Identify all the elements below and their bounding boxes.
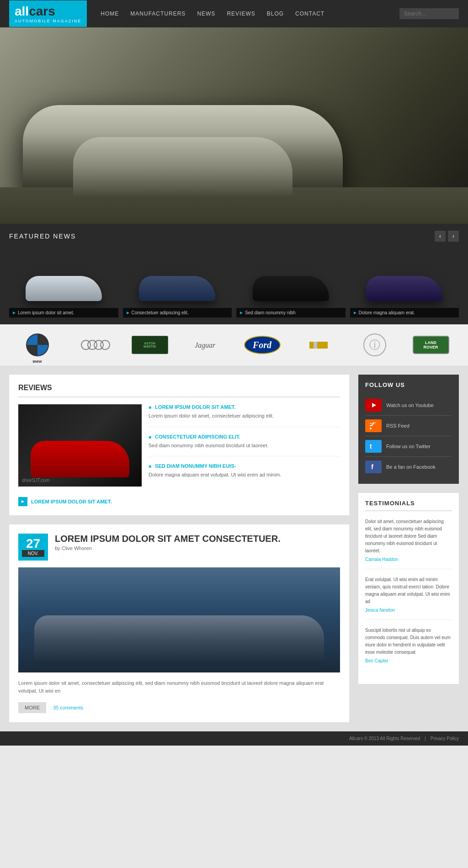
article-author: by Clive Whoren [55,545,281,551]
hero-car-image [0,27,468,224]
brand-audi[interactable] [73,333,114,356]
testimonial-1: Dolor sit amet, consectetuer adipiscing … [365,518,452,569]
reviews-title: REVIEWS [18,384,340,397]
news-thumb-2 [123,249,232,308]
article-date-month: NOV. [22,550,44,557]
twitter-label: Follow us on Twitter [386,444,431,449]
review-link-icon: ▶ [18,497,27,506]
rss-label: RSS Feed [386,423,410,429]
news-caption-1: Lorem ipsum dolor sit amet. [9,308,118,318]
article-title: LOREM IPSUM DOLOR SIT AMET CONSECTETUER. [55,534,281,544]
svg-text:t: t [370,443,372,450]
testimonial-author-3: Ben Capter [365,658,452,663]
testimonial-author-1: Camala Haddon [365,557,452,562]
review-item-title-2: ■ CONSECTETUER ADIPISCING ELIT. [149,434,340,439]
twitter-item[interactable]: t Follow us on Twitter [365,436,452,457]
article-footer: MORE 35 comments [18,702,340,713]
svg-text:Jaguar: Jaguar [195,341,216,349]
nav-manufacturers[interactable]: MANUFACTURERS [130,11,186,17]
news-thumb-3 [236,249,346,308]
nav-contact[interactable]: CONTACT [295,11,324,17]
nav-blog[interactable]: BLOG [267,11,284,17]
search-input[interactable] [399,8,459,19]
nav-news[interactable]: NEWS [197,11,215,17]
brand-chevrolet[interactable] [298,333,339,356]
review-item-2[interactable]: ■ CONSECTETUER ADIPISCING ELIT. Sed diam… [149,434,340,457]
review-item-title-1: ■ LOREM IPSUM DOLOR SIT AMET. [149,404,340,410]
news-item-4[interactable]: Dolore magna aliquam erat. [350,249,459,318]
logo-all: all [15,4,29,18]
news-grid: Lorem ipsum dolor sit amet. Consectetuer… [9,249,459,318]
youtube-item[interactable]: Watch us on Youtube [365,395,452,416]
rss-svg [368,420,379,431]
news-item-3[interactable]: Sed diam nonummy nibh [236,249,346,318]
brand-ford[interactable]: Ford [242,333,283,356]
more-button[interactable]: MORE [18,702,46,713]
news-item-1[interactable]: Lorem ipsum dolor sit amet. [9,249,118,318]
featured-news-title: FEATURED NEWS [9,233,76,240]
review-item-3[interactable]: ■ SED DIAM NONUMMY NIBH EUIS- Dolore mag… [149,463,340,486]
follow-us-section: FOLLOW US Watch us on Youtube [358,375,459,484]
brand-mercedes[interactable]: ⓘ [354,333,395,356]
follow-us-title: FOLLOW US [365,381,452,388]
review-item-text-2: Sed diam nonummy nibh euismod tincidunt … [149,442,340,450]
logo[interactable]: allcars AUTOMOBILE MAGAZINE [9,0,87,27]
news-thumb-1 [9,249,118,308]
facebook-item[interactable]: f Be a fan on Facebook [365,457,452,477]
news-next-button[interactable]: › [448,231,459,242]
review-badge-3: ■ [149,464,151,469]
news-nav-arrows: ‹ › [435,231,459,242]
news-thumb-4 [350,249,459,308]
jaguar-logo: Jaguar [192,338,220,352]
aston-martin-logo: ASTONMARTIN [132,336,168,354]
bmw-logo [26,333,49,356]
testimonial-text-2: Erat volutpat. Ut wisi enim ad minim ven… [365,576,452,605]
news-item-2[interactable]: Consectetuer adipiscing elit. [123,249,232,318]
article-section: 27 NOV. LOREM IPSUM DOLOR SIT AMET CONSE… [9,524,349,722]
rss-item[interactable]: RSS Feed [365,416,452,436]
chevrolet-logo [307,337,330,353]
article-text: Lorem ipsum dolor sit amet, consectetuer… [18,679,340,695]
logo-sub: AUTOMOBILE MAGAZINE [15,19,81,23]
footer-divider: | [425,736,426,741]
review-item-text-1: Lorem ipsum dolor sit amet, consectetuer… [149,412,340,420]
left-column: REVIEWS driveSJT.com ■ LOREM IPSUM DOLOR… [9,375,349,722]
review-item-text-3: Dolore magna aliquam erat volutpat. Ut w… [149,471,340,479]
author-prefix: by [55,545,60,551]
nav-reviews[interactable]: REVIEWS [227,11,255,17]
article-image [18,567,340,672]
twitter-icon: t [365,440,382,453]
reviews-grid: driveSJT.com ■ LOREM IPSUM DOLOR SIT AME… [18,404,340,492]
aston-martin-text: ASTONMARTIN [144,342,156,348]
review-badge-1: ■ [149,405,151,410]
review-link[interactable]: ▶ LOREM IPSUM DOLOR SIT AMET. [18,497,340,506]
audi-ring-4 [100,340,110,350]
youtube-label: Watch us on Youtube [386,402,434,408]
news-caption-3: Sed diam nonummy nibh [236,308,346,318]
testimonial-3: Suscipit lobortis nisl ut aliquip ex com… [365,627,452,670]
nav-home[interactable]: HOME [101,11,119,17]
brand-aston-martin[interactable]: ASTONMARTIN [129,333,170,356]
reviews-section: REVIEWS driveSJT.com ■ LOREM IPSUM DOLOR… [9,375,349,515]
main-nav: HOME MANUFACTURERS NEWS REVIEWS BLOG CON… [101,11,324,17]
svg-rect-1 [309,342,328,349]
review-link-text: LOREM IPSUM DOLOR SIT AMET. [31,499,112,504]
testimonial-text-1: Dolor sit amet, consectetuer adipiscing … [365,518,452,555]
facebook-label: Be a fan on Facebook [386,464,436,470]
brand-bmw[interactable] [17,333,58,356]
brand-jaguar[interactable]: Jaguar [186,333,227,356]
comments-link[interactable]: 35 comments [53,705,83,710]
review-item-1[interactable]: ■ LOREM IPSUM DOLOR SIT AMET. Lorem ipsu… [149,404,340,427]
footer: Allcars © 2013 All Rights Reserved | Pri… [0,731,468,746]
review-title-text-2: CONSECTETUER ADIPISCING ELIT. [155,434,240,439]
svg-rect-9 [368,461,379,472]
testimonial-text-3: Suscipit lobortis nisl ut aliquip ex com… [365,627,452,656]
news-prev-button[interactable]: ‹ [435,231,446,242]
youtube-icon [365,399,382,412]
mercedes-logo: ⓘ [363,333,386,356]
article-date-num: 27 [22,537,44,550]
article-date: 27 NOV. [18,534,48,561]
youtube-svg [368,401,379,409]
brand-landrover[interactable]: LANDROVER [410,333,452,356]
footer-privacy[interactable]: Privacy Policy [431,736,459,741]
